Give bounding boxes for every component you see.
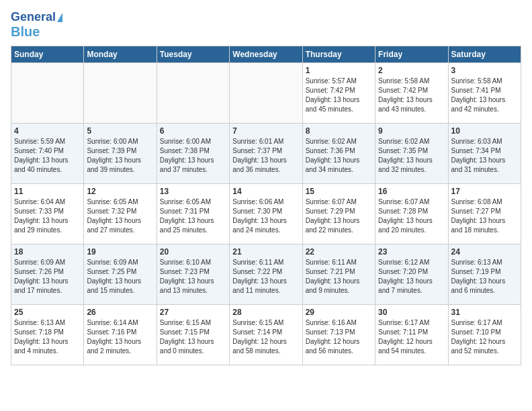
day-number: 23 <box>378 247 445 257</box>
day-info: Sunrise: 6:05 AM Sunset: 7:31 PM Dayligh… <box>160 197 226 235</box>
calendar-day-9: 9Sunrise: 6:02 AM Sunset: 7:35 PM Daylig… <box>375 123 448 183</box>
day-number: 2 <box>378 66 445 75</box>
calendar-day-5: 5Sunrise: 6:00 AM Sunset: 7:39 PM Daylig… <box>84 123 157 183</box>
weekday-header-thursday: Thursday <box>302 46 375 62</box>
day-info: Sunrise: 6:10 AM Sunset: 7:23 PM Dayligh… <box>160 258 226 295</box>
day-info: Sunrise: 6:07 AM Sunset: 7:29 PM Dayligh… <box>306 197 372 235</box>
weekday-header-sunday: Sunday <box>11 46 84 62</box>
calendar-day-21: 21Sunrise: 6:11 AM Sunset: 7:22 PM Dayli… <box>230 244 302 304</box>
day-number: 28 <box>232 308 299 317</box>
day-number: 13 <box>160 187 226 196</box>
calendar-week-row: 4Sunrise: 5:59 AM Sunset: 7:40 PM Daylig… <box>11 123 521 183</box>
calendar-day-16: 16Sunrise: 6:07 AM Sunset: 7:28 PM Dayli… <box>375 183 448 244</box>
day-info: Sunrise: 5:58 AM Sunset: 7:42 PM Dayligh… <box>378 77 445 114</box>
day-number: 29 <box>306 308 372 317</box>
calendar-day-4: 4Sunrise: 5:59 AM Sunset: 7:40 PM Daylig… <box>11 123 84 183</box>
day-info: Sunrise: 6:05 AM Sunset: 7:32 PM Dayligh… <box>87 197 153 235</box>
day-info: Sunrise: 6:12 AM Sunset: 7:20 PM Dayligh… <box>378 258 445 295</box>
calendar-day-15: 15Sunrise: 6:07 AM Sunset: 7:29 PM Dayli… <box>302 183 375 244</box>
day-number: 8 <box>306 126 372 136</box>
day-info: Sunrise: 6:13 AM Sunset: 7:18 PM Dayligh… <box>14 318 81 356</box>
calendar-day-17: 17Sunrise: 6:08 AM Sunset: 7:27 PM Dayli… <box>448 183 521 244</box>
day-info: Sunrise: 6:01 AM Sunset: 7:37 PM Dayligh… <box>232 137 299 175</box>
weekday-header-wednesday: Wednesday <box>230 46 302 62</box>
day-number: 21 <box>232 247 299 257</box>
calendar-day-6: 6Sunrise: 6:00 AM Sunset: 7:38 PM Daylig… <box>157 123 229 183</box>
calendar-day-8: 8Sunrise: 6:02 AM Sunset: 7:36 PM Daylig… <box>302 123 375 183</box>
calendar-empty-cell <box>84 62 157 123</box>
day-number: 17 <box>451 187 518 196</box>
day-number: 5 <box>87 126 153 136</box>
day-info: Sunrise: 6:17 AM Sunset: 7:11 PM Dayligh… <box>378 318 445 356</box>
day-info: Sunrise: 5:58 AM Sunset: 7:41 PM Dayligh… <box>451 77 518 114</box>
day-number: 14 <box>232 187 299 196</box>
day-number: 20 <box>160 247 226 257</box>
calendar-day-13: 13Sunrise: 6:05 AM Sunset: 7:31 PM Dayli… <box>157 183 229 244</box>
day-number: 15 <box>306 187 372 196</box>
day-number: 24 <box>451 247 518 257</box>
day-number: 6 <box>160 126 226 136</box>
calendar-empty-cell <box>11 62 84 123</box>
calendar-day-14: 14Sunrise: 6:06 AM Sunset: 7:30 PM Dayli… <box>230 183 302 244</box>
day-number: 11 <box>14 187 81 196</box>
day-info: Sunrise: 6:09 AM Sunset: 7:26 PM Dayligh… <box>14 258 81 295</box>
calendar-day-31: 31Sunrise: 6:17 AM Sunset: 7:10 PM Dayli… <box>448 304 521 365</box>
day-number: 18 <box>14 247 81 257</box>
weekday-header-friday: Friday <box>375 46 448 62</box>
day-info: Sunrise: 6:14 AM Sunset: 7:16 PM Dayligh… <box>87 318 153 356</box>
weekday-header-row: SundayMondayTuesdayWednesdayThursdayFrid… <box>11 46 521 62</box>
day-number: 26 <box>87 308 153 317</box>
calendar-day-23: 23Sunrise: 6:12 AM Sunset: 7:20 PM Dayli… <box>375 244 448 304</box>
day-info: Sunrise: 6:11 AM Sunset: 7:21 PM Dayligh… <box>306 258 372 295</box>
day-info: Sunrise: 6:13 AM Sunset: 7:19 PM Dayligh… <box>451 258 518 295</box>
calendar-day-1: 1Sunrise: 5:57 AM Sunset: 7:42 PM Daylig… <box>302 62 375 123</box>
day-number: 9 <box>378 126 445 136</box>
day-number: 19 <box>87 247 153 257</box>
day-info: Sunrise: 6:06 AM Sunset: 7:30 PM Dayligh… <box>232 197 299 235</box>
calendar-day-3: 3Sunrise: 5:58 AM Sunset: 7:41 PM Daylig… <box>448 62 521 123</box>
calendar-day-29: 29Sunrise: 6:16 AM Sunset: 7:13 PM Dayli… <box>302 304 375 365</box>
day-info: Sunrise: 6:15 AM Sunset: 7:14 PM Dayligh… <box>232 318 299 356</box>
calendar-day-20: 20Sunrise: 6:10 AM Sunset: 7:23 PM Dayli… <box>157 244 229 304</box>
day-info: Sunrise: 6:00 AM Sunset: 7:39 PM Dayligh… <box>87 137 153 175</box>
calendar-week-row: 1Sunrise: 5:57 AM Sunset: 7:42 PM Daylig… <box>11 62 521 123</box>
day-number: 3 <box>451 66 518 75</box>
weekday-header-saturday: Saturday <box>448 46 521 62</box>
calendar-day-18: 18Sunrise: 6:09 AM Sunset: 7:26 PM Dayli… <box>11 244 84 304</box>
logo-general: General <box>11 11 56 24</box>
logo-triangle-icon <box>57 13 62 22</box>
day-number: 12 <box>87 187 153 196</box>
header: General Blue <box>11 11 521 39</box>
weekday-header-tuesday: Tuesday <box>157 46 229 62</box>
calendar-day-25: 25Sunrise: 6:13 AM Sunset: 7:18 PM Dayli… <box>11 304 84 365</box>
calendar-day-27: 27Sunrise: 6:15 AM Sunset: 7:15 PM Dayli… <box>157 304 229 365</box>
day-info: Sunrise: 6:00 AM Sunset: 7:38 PM Dayligh… <box>160 137 226 175</box>
day-info: Sunrise: 6:11 AM Sunset: 7:22 PM Dayligh… <box>232 258 299 295</box>
weekday-header-monday: Monday <box>84 46 157 62</box>
day-info: Sunrise: 6:02 AM Sunset: 7:36 PM Dayligh… <box>306 137 372 175</box>
calendar-empty-cell <box>230 62 302 123</box>
calendar-empty-cell <box>157 62 229 123</box>
calendar-day-7: 7Sunrise: 6:01 AM Sunset: 7:37 PM Daylig… <box>230 123 302 183</box>
day-number: 25 <box>14 308 81 317</box>
day-info: Sunrise: 5:59 AM Sunset: 7:40 PM Dayligh… <box>14 137 81 175</box>
calendar-day-19: 19Sunrise: 6:09 AM Sunset: 7:25 PM Dayli… <box>84 244 157 304</box>
calendar-day-28: 28Sunrise: 6:15 AM Sunset: 7:14 PM Dayli… <box>230 304 302 365</box>
day-number: 16 <box>378 187 445 196</box>
logo-blue: Blue <box>11 24 40 39</box>
calendar-week-row: 18Sunrise: 6:09 AM Sunset: 7:26 PM Dayli… <box>11 244 521 304</box>
calendar-day-30: 30Sunrise: 6:17 AM Sunset: 7:11 PM Dayli… <box>375 304 448 365</box>
day-number: 1 <box>306 66 372 75</box>
calendar-day-2: 2Sunrise: 5:58 AM Sunset: 7:42 PM Daylig… <box>375 62 448 123</box>
day-number: 7 <box>232 126 299 136</box>
day-number: 30 <box>378 308 445 317</box>
day-number: 22 <box>306 247 372 257</box>
calendar-week-row: 25Sunrise: 6:13 AM Sunset: 7:18 PM Dayli… <box>11 304 521 365</box>
calendar-table: SundayMondayTuesdayWednesdayThursdayFrid… <box>11 46 521 365</box>
logo: General Blue <box>11 11 62 39</box>
day-info: Sunrise: 6:08 AM Sunset: 7:27 PM Dayligh… <box>451 197 518 235</box>
calendar-week-row: 11Sunrise: 6:04 AM Sunset: 7:33 PM Dayli… <box>11 183 521 244</box>
calendar-day-26: 26Sunrise: 6:14 AM Sunset: 7:16 PM Dayli… <box>84 304 157 365</box>
day-info: Sunrise: 6:09 AM Sunset: 7:25 PM Dayligh… <box>87 258 153 295</box>
day-info: Sunrise: 6:17 AM Sunset: 7:10 PM Dayligh… <box>451 318 518 356</box>
